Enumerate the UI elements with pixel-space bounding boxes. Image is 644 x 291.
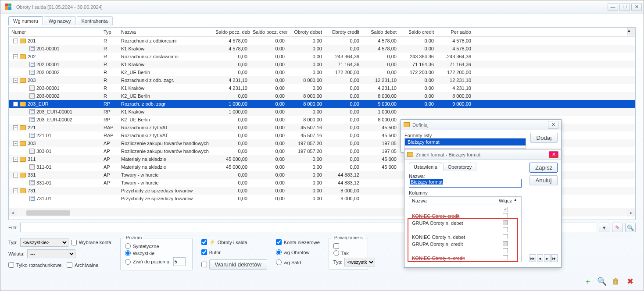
expander-icon[interactable]: −: [13, 102, 18, 106]
typ-select[interactable]: <wszystkie>: [20, 238, 68, 247]
search-icon[interactable]: 🔍: [596, 276, 608, 287]
zmien-close-button[interactable]: ✕: [549, 151, 558, 158]
expander-icon[interactable]: −: [13, 125, 18, 130]
col-s-debet[interactable]: Saldo debet: [362, 28, 399, 36]
wg-obrotow-radio[interactable]: [276, 249, 282, 255]
nav-first-icon[interactable]: ⏮: [530, 254, 536, 262]
expander-icon[interactable]: −: [13, 39, 18, 43]
table-row[interactable]: 202-00001RK1 Kraków0,000,000,0071 164,36…: [9, 60, 635, 68]
definiuj-close-button[interactable]: ✕: [548, 121, 558, 129]
nav-last-icon[interactable]: ⏭: [551, 254, 558, 262]
tab-operatorzy[interactable]: Operatorzy: [443, 163, 476, 171]
scroll-up-icon[interactable]: ▴: [627, 28, 635, 35]
formaty-listbox[interactable]: Bieżący format: [404, 138, 526, 149]
tab-kontrahenta[interactable]: Kontrahenta: [77, 16, 113, 25]
filter-find-button[interactable]: 🔍: [625, 223, 636, 232]
format-item-selected[interactable]: Bieżący format: [405, 138, 526, 146]
table-row[interactable]: 202-00002RK2_UE Berlin0,000,000,00172 20…: [9, 68, 635, 76]
poziom-syntetyczne-radio[interactable]: [125, 243, 131, 249]
bufor-checkbox[interactable]: [201, 249, 207, 255]
table-row[interactable]: 203_EUR-00001RPK1 Kraków1 000,000,000,00…: [9, 108, 635, 116]
definiuj-dialog: Definiuj ✕ Formaty listy Bieżący format …: [401, 119, 562, 153]
expander-icon[interactable]: −: [13, 141, 18, 146]
kolumny-list[interactable]: Nazwa Włącz ▴ KONIEC Obroty creditGRUPA …: [409, 196, 522, 262]
close-button[interactable]: ✕: [631, 3, 642, 11]
tab-wg-nazwy[interactable]: Wg nazwy: [44, 16, 76, 25]
filter-clear-button[interactable]: ✎: [612, 223, 623, 232]
wlacz-checkbox[interactable]: [503, 227, 508, 232]
nazwa-input[interactable]: Bieżący format: [409, 179, 522, 188]
tab-wg-numeru[interactable]: Wg numeru: [8, 16, 43, 25]
archiwalne-checkbox[interactable]: [67, 262, 72, 268]
column-item[interactable]: [409, 248, 521, 255]
table-row[interactable]: 201-00001RK1 Kraków4 578,000,000,000,004…: [9, 45, 635, 53]
warunki-dekretow-checkbox[interactable]: [201, 262, 207, 267]
scroll-right-icon[interactable]: ▸: [627, 210, 635, 216]
col-s-credit[interactable]: Saldo credit: [399, 28, 436, 36]
col-typ[interactable]: Typ: [101, 28, 118, 36]
konta-niezerowe-checkbox[interactable]: [276, 239, 282, 245]
col-ob-credit[interactable]: Obroty credit: [325, 28, 362, 36]
poziom-level-input[interactable]: [173, 257, 186, 266]
column-item[interactable]: KONIEC Obroty credit: [409, 213, 521, 220]
powiazanie-tak-radio[interactable]: [333, 250, 339, 256]
close-red-icon[interactable]: ✖: [624, 276, 636, 287]
col-numer[interactable]: Numer: [9, 28, 101, 36]
add-icon[interactable]: ＋: [582, 276, 594, 287]
zapisz-button[interactable]: Zapisz: [530, 163, 558, 173]
scroll-left-icon[interactable]: ◂: [9, 210, 17, 216]
waluta-select[interactable]: ---: [27, 249, 75, 258]
nav-prev-icon[interactable]: ◂: [537, 254, 544, 262]
table-row[interactable]: 203-00002RK2_UE Berlin0,000,008 000,000,…: [9, 92, 635, 100]
expander-icon[interactable]: −: [13, 78, 18, 83]
column-item[interactable]: [409, 227, 521, 234]
expander-icon[interactable]: −: [13, 157, 18, 162]
powiazanie-checkbox[interactable]: [333, 243, 339, 249]
nav-next-icon[interactable]: ▸: [544, 254, 551, 262]
col-persaldo[interactable]: Per saldo: [436, 28, 474, 36]
table-row[interactable]: −202RRozrachunki z dostawcami0,000,000,0…: [9, 53, 635, 60]
wlacz-checkbox[interactable]: [503, 220, 508, 225]
table-row[interactable]: −203RRozrachunki z odb. zagr.4 231,100,0…: [9, 76, 635, 84]
delete-icon[interactable]: 🗑: [610, 276, 622, 287]
expander-icon[interactable]: −: [13, 188, 18, 193]
warunki-dekretow-button[interactable]: Warunki dekretów: [209, 259, 267, 270]
column-item[interactable]: GRUPA Obroty n. credit: [409, 241, 521, 248]
powiazanie-typ-select[interactable]: <wszystkie>: [344, 258, 375, 266]
wlacz-checkbox[interactable]: [503, 255, 508, 260]
table-row[interactable]: 203-00001RK1 Kraków4 231,100,000,000,004…: [9, 84, 635, 92]
minimize-button[interactable]: —: [608, 3, 618, 11]
column-item[interactable]: [409, 206, 521, 213]
poziom-zwin-radio[interactable]: [125, 259, 131, 265]
wlacz-checkbox[interactable]: [503, 207, 508, 212]
wlacz-checkbox[interactable]: [503, 213, 508, 218]
wg-sald-radio[interactable]: [276, 259, 282, 265]
dodaj-button[interactable]: Dodaj: [530, 133, 558, 143]
column-item[interactable]: KONIEC Obroty n. credit: [409, 255, 521, 262]
obroty-salda-checkbox[interactable]: [201, 239, 207, 245]
poziom-wszystkie-radio[interactable]: [125, 250, 131, 256]
maximize-button[interactable]: ☐: [619, 3, 630, 11]
wlacz-checkbox[interactable]: [503, 234, 508, 239]
col-wlacz-header[interactable]: Włącz: [497, 197, 514, 205]
col-nazwa-header[interactable]: Nazwa: [409, 197, 497, 205]
filter-dropdown-button[interactable]: ▾: [599, 223, 609, 232]
anuluj-button[interactable]: Anuluj: [530, 175, 558, 185]
tab-ustawienia[interactable]: Ustawienia: [409, 163, 442, 171]
wlacz-checkbox[interactable]: [503, 248, 508, 253]
col-nazwa[interactable]: Nazwa: [118, 28, 213, 36]
wlacz-checkbox[interactable]: [503, 241, 508, 246]
expander-icon[interactable]: −: [13, 54, 18, 59]
table-row[interactable]: −201RRozrachunki z odbiorcami4 578,000,0…: [9, 37, 635, 45]
column-item[interactable]: GRUPA Obroty n. debet: [409, 220, 521, 227]
wybrane-konta-checkbox[interactable]: [71, 240, 77, 245]
col-sp-debet[interactable]: Saldo pocz. debet: [213, 28, 250, 36]
expander-icon[interactable]: −: [13, 173, 18, 177]
table-row[interactable]: −203_EURRPRozrach. z odb. zagr1 000,000,…: [9, 100, 635, 108]
scroll-up-icon[interactable]: ▴: [514, 197, 521, 205]
column-item[interactable]: KONIEC Obroty n. debet: [409, 234, 521, 241]
tylko-rozrach-checkbox[interactable]: [8, 262, 14, 268]
col-sp-credit[interactable]: Saldo pocz. credit: [250, 28, 287, 36]
h-scroll-thumb[interactable]: [26, 210, 70, 216]
col-ob-debet[interactable]: Obroty debet: [287, 28, 325, 36]
